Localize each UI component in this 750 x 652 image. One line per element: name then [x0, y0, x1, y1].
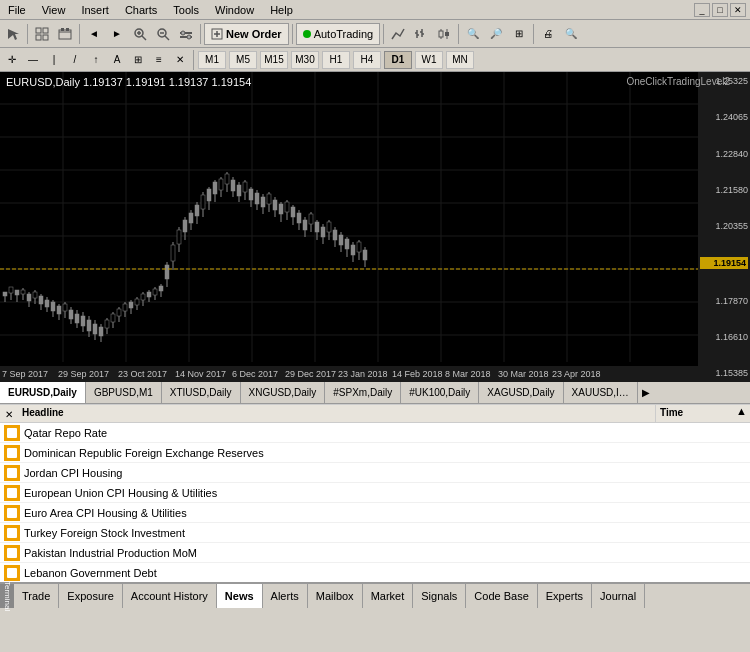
maximize-button[interactable]: □: [712, 3, 728, 17]
zoom-in-button[interactable]: [129, 23, 151, 45]
chart-tab-more[interactable]: ▶: [638, 385, 654, 400]
svg-rect-98: [135, 299, 139, 305]
term-tab-mailbox[interactable]: Mailbox: [308, 584, 363, 608]
term-tab-journal[interactable]: Journal: [592, 584, 645, 608]
chart-tab-0[interactable]: EURUSD,Daily: [0, 382, 86, 404]
crosshair-button[interactable]: ✛: [2, 50, 22, 70]
text-button[interactable]: A: [107, 50, 127, 70]
svg-rect-148: [285, 202, 289, 212]
nav-back-button[interactable]: ◄: [83, 23, 105, 45]
candle-chart-button[interactable]: [433, 23, 455, 45]
news-icon-4: [4, 505, 20, 521]
news-row-6[interactable]: Pakistan Industrial Production MoM: [0, 543, 750, 563]
news-icon-1: [4, 445, 20, 461]
arrow-tool-button[interactable]: [2, 23, 24, 45]
line-chart-button[interactable]: [387, 23, 409, 45]
svg-rect-112: [177, 230, 181, 244]
svg-rect-82: [87, 320, 91, 331]
price-6: 1.17870: [700, 296, 748, 306]
tf-m5[interactable]: M5: [229, 51, 257, 69]
zoom-chart-in[interactable]: 🔍: [462, 23, 484, 45]
minimize-button[interactable]: _: [694, 3, 710, 17]
tf-w1[interactable]: W1: [415, 51, 443, 69]
chart-tabs: EURUSD,Daily GBPUSD,M1 XTIUSD,Daily XNGU…: [0, 382, 750, 404]
arrow-up-button[interactable]: ↑: [86, 50, 106, 70]
terminal-tabs: Terminal Trade Exposure Account History …: [0, 582, 750, 608]
term-tab-trade[interactable]: Trade: [14, 584, 59, 608]
term-tab-market[interactable]: Market: [363, 584, 414, 608]
term-tab-codebase[interactable]: Code Base: [466, 584, 537, 608]
svg-rect-34: [0, 72, 698, 362]
tf-m1[interactable]: M1: [198, 51, 226, 69]
term-tab-experts[interactable]: Experts: [538, 584, 592, 608]
news-close-button[interactable]: ✕: [2, 407, 16, 421]
close-button[interactable]: ✕: [730, 3, 746, 17]
chart-tab-4[interactable]: #SPXm,Daily: [325, 382, 401, 404]
new-order-button[interactable]: New Order: [204, 23, 289, 45]
properties-button[interactable]: [175, 23, 197, 45]
news-row-1[interactable]: Dominican Republic Foreign Exchange Rese…: [0, 443, 750, 463]
more-tools-button[interactable]: ⊞: [128, 50, 148, 70]
price-chart-svg[interactable]: [0, 72, 698, 362]
svg-rect-138: [255, 193, 259, 204]
news-row-5[interactable]: Turkey Foreign Stock Investment: [0, 523, 750, 543]
tf-d1[interactable]: D1: [384, 51, 412, 69]
hline-button[interactable]: —: [23, 50, 43, 70]
menubar-tools[interactable]: Tools: [169, 2, 203, 18]
term-tab-news[interactable]: News: [217, 584, 263, 608]
tf-m30[interactable]: M30: [291, 51, 319, 69]
tf-h1[interactable]: H1: [322, 51, 350, 69]
term-tab-exposure[interactable]: Exposure: [59, 584, 122, 608]
chart-open-button[interactable]: [54, 23, 76, 45]
term-tab-alerts[interactable]: Alerts: [263, 584, 308, 608]
autotrading-button[interactable]: AutoTrading: [296, 23, 381, 45]
zoom-chart-out[interactable]: 🔎: [485, 23, 507, 45]
chart-tab-7[interactable]: XAUUSD,I…: [564, 382, 638, 404]
separator7: [533, 24, 534, 44]
chart-new-button[interactable]: [31, 23, 53, 45]
news-row-0[interactable]: Qatar Repo Rate: [0, 423, 750, 443]
term-tab-account-history[interactable]: Account History: [123, 584, 217, 608]
menubar-insert[interactable]: Insert: [77, 2, 113, 18]
delete-button[interactable]: ✕: [170, 50, 190, 70]
fit-chart-button[interactable]: ⊞: [508, 23, 530, 45]
svg-rect-3: [36, 35, 41, 40]
tf-h4[interactable]: H4: [353, 51, 381, 69]
svg-rect-170: [351, 245, 355, 255]
svg-rect-90: [111, 314, 115, 322]
menubar-file[interactable]: File: [4, 2, 30, 18]
menubar-help[interactable]: Help: [266, 2, 297, 18]
chart-tab-1[interactable]: GBPUSD,M1: [86, 382, 162, 404]
search-button[interactable]: 🔍: [560, 23, 582, 45]
menubar-view[interactable]: View: [38, 2, 70, 18]
svg-rect-72: [57, 306, 61, 314]
bar-chart-button[interactable]: [410, 23, 432, 45]
svg-rect-146: [279, 204, 283, 214]
news-row-7[interactable]: Lebanon Government Debt: [0, 563, 750, 581]
tf-m15[interactable]: M15: [260, 51, 288, 69]
trendline-button[interactable]: /: [65, 50, 85, 70]
fib-button[interactable]: ≡: [149, 50, 169, 70]
separator3: [200, 24, 201, 44]
chart-tab-6[interactable]: XAGUSD,Daily: [479, 382, 563, 404]
news-row-2[interactable]: Jordan CPI Housing: [0, 463, 750, 483]
chart-area[interactable]: EURUSD,Daily 1.19137 1.19191 1.19137 1.1…: [0, 72, 750, 382]
svg-rect-28: [439, 31, 443, 37]
chart-tab-5[interactable]: #UK100,Daily: [401, 382, 479, 404]
term-tab-signals[interactable]: Signals: [413, 584, 466, 608]
nav-forward-button[interactable]: ►: [106, 23, 128, 45]
menubar-charts[interactable]: Charts: [121, 2, 161, 18]
news-scroll-button[interactable]: ▲: [736, 405, 750, 422]
chart-tab-2[interactable]: XTIUSD,Daily: [162, 382, 241, 404]
svg-rect-132: [237, 185, 241, 196]
print-button[interactable]: 🖨: [537, 23, 559, 45]
menubar-window[interactable]: Window: [211, 2, 258, 18]
news-row-3[interactable]: European Union CPI Housing & Utilities: [0, 483, 750, 503]
vline-button[interactable]: |: [44, 50, 64, 70]
svg-rect-154: [303, 220, 307, 230]
svg-rect-6: [61, 28, 64, 31]
tf-mn[interactable]: MN: [446, 51, 474, 69]
chart-tab-3[interactable]: XNGUSD,Daily: [241, 382, 326, 404]
zoom-out-button[interactable]: [152, 23, 174, 45]
news-row-4[interactable]: Euro Area CPI Housing & Utilities: [0, 503, 750, 523]
